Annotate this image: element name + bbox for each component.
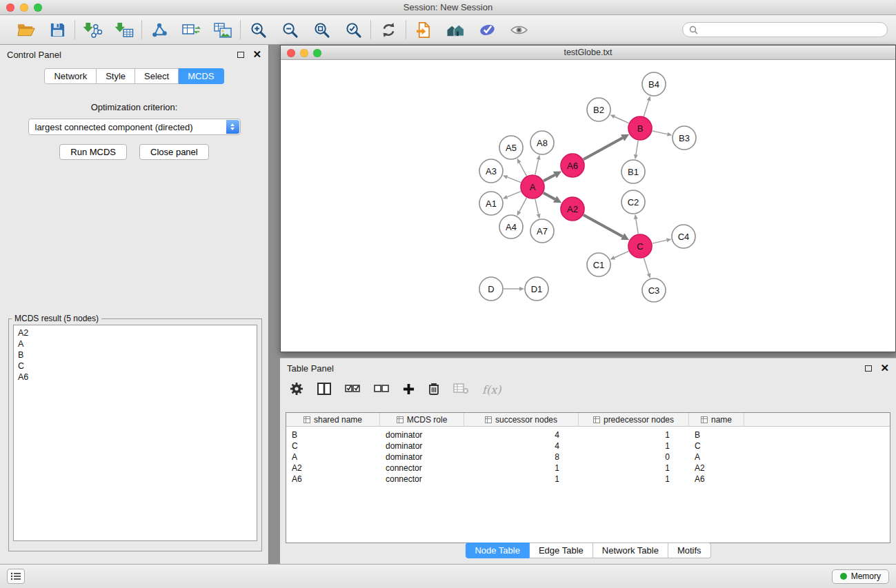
mcds-result-list[interactable]: A2ABCA6 [13,325,257,541]
search-box[interactable] [682,22,888,37]
tab-select[interactable]: Select [135,68,179,84]
node-B4[interactable]: B4 [642,72,666,96]
table-cell[interactable]: 1 [464,474,579,484]
memory-button[interactable]: Memory [832,569,889,584]
node-A8[interactable]: A8 [530,131,554,154]
home-button[interactable] [445,19,466,40]
snapshot-document-button[interactable] [413,19,434,40]
column-header-successor-nodes[interactable]: successor nodes [464,413,579,426]
edge-A2-C[interactable] [584,215,623,236]
close-network-button[interactable] [287,49,295,57]
table-cell[interactable]: A [689,452,744,462]
table-cell[interactable]: B [689,430,744,440]
table-settings-button[interactable] [290,382,303,398]
node-A5[interactable]: A5 [499,136,523,159]
node-C4[interactable]: C4 [672,225,695,248]
function-builder-button[interactable]: f(x) [482,383,501,396]
result-item[interactable]: A6 [18,372,252,383]
column-header-name[interactable]: name [689,413,744,426]
network-button[interactable] [149,19,170,40]
node-A[interactable]: A [521,175,544,199]
tab-motifs[interactable]: Motifs [668,543,711,558]
close-panel-button[interactable]: Close panel [139,144,209,160]
table-cell[interactable]: dominator [380,441,464,451]
node-A6[interactable]: A6 [561,154,584,177]
dropdown-stepper-icon[interactable] [226,120,239,134]
result-item[interactable]: A [18,338,252,349]
table-cell[interactable]: 1 [579,441,689,451]
node-D[interactable]: D [479,277,503,301]
tab-mcds[interactable]: MCDS [179,68,223,84]
close-panel-icon[interactable]: ✕ [252,51,261,58]
zoom-selected-button[interactable] [343,19,364,40]
edge-A-A6[interactable] [544,175,555,181]
zoom-in-button[interactable] [248,19,268,40]
table-cell[interactable]: 1 [579,463,689,473]
table-row[interactable]: A2connector11A2 [286,463,890,474]
delete-column-button[interactable] [428,382,439,398]
table-cell[interactable]: 1 [579,474,689,484]
table-row[interactable]: A6connector11A6 [286,474,890,485]
node-B1[interactable]: B1 [621,160,645,183]
table-cell[interactable]: 4 [464,441,579,451]
table-cell[interactable]: C [286,441,380,451]
edge-B-B3[interactable] [653,131,668,134]
table-cell[interactable]: A6 [286,474,380,484]
float-panel-icon[interactable] [237,52,244,58]
save-session-button[interactable] [47,19,68,40]
node-A4[interactable]: A4 [499,215,523,239]
node-C[interactable]: C [628,234,652,258]
zoom-out-button[interactable] [279,19,300,40]
table-row[interactable]: Cdominator41C [286,440,890,452]
node-C2[interactable]: C2 [621,190,645,214]
table-row[interactable]: Adominator80A [286,452,890,463]
node-C1[interactable]: C1 [587,253,610,276]
edge-C-C2[interactable] [636,219,638,234]
table-arrows-button[interactable] [181,19,201,40]
table-cell[interactable]: A [286,452,380,462]
column-header-shared-name[interactable]: shared name [286,413,380,426]
minimize-window-button[interactable] [20,3,28,12]
node-C3[interactable]: C3 [642,278,666,302]
node-A7[interactable]: A7 [530,219,554,243]
search-input[interactable] [702,25,881,34]
close-window-button[interactable] [6,3,14,12]
edge-A6-B[interactable] [584,138,623,159]
tab-network[interactable]: Network [44,68,97,84]
criterion-dropdown[interactable]: largest connected component (directed) [28,119,241,135]
filter-check-button[interactable] [477,19,497,40]
run-mcds-button[interactable]: Run MCDS [59,144,127,160]
edge-A-A7[interactable] [535,199,539,214]
task-history-button[interactable] [7,569,25,584]
table-cell[interactable]: 1 [464,463,579,473]
show-hide-button[interactable] [508,19,529,40]
table-cell[interactable]: C [689,441,744,451]
node-A1[interactable]: A1 [479,192,503,215]
export-image-button[interactable] [212,19,233,40]
close-table-panel-icon[interactable]: ✕ [880,365,889,372]
column-header-MCDS-role[interactable]: MCDS role [380,413,464,426]
edge-A-A2[interactable] [544,193,555,199]
open-session-button[interactable] [15,19,36,40]
table-cell[interactable]: connector [380,474,464,484]
maximize-window-button[interactable] [34,3,42,12]
table-cell[interactable]: A2 [689,463,744,473]
maximize-network-button[interactable] [313,49,321,57]
node-B[interactable]: B [628,116,652,140]
deselect-all-button[interactable] [374,384,389,396]
edge-B-B1[interactable] [636,141,638,155]
network-canvas[interactable]: AA6A2BCA5A8A3A1A4A7B2B4B3B1C2C4C1C3DD1 [281,60,895,352]
import-table-button[interactable] [114,19,135,40]
edge-C-C1[interactable] [615,251,629,257]
tab-node-table[interactable]: Node Table [465,543,530,558]
node-A2[interactable]: A2 [561,197,584,221]
minimize-network-button[interactable] [300,49,308,57]
result-item[interactable]: C [18,361,252,372]
result-item[interactable]: A2 [18,327,252,338]
show-columns-button[interactable] [317,383,331,397]
node-D1[interactable]: D1 [525,277,548,301]
table-cell[interactable]: connector [380,463,464,473]
float-table-panel-icon[interactable] [865,365,872,372]
table-cell[interactable]: dominator [380,430,464,440]
table-cell[interactable]: B [286,430,380,440]
